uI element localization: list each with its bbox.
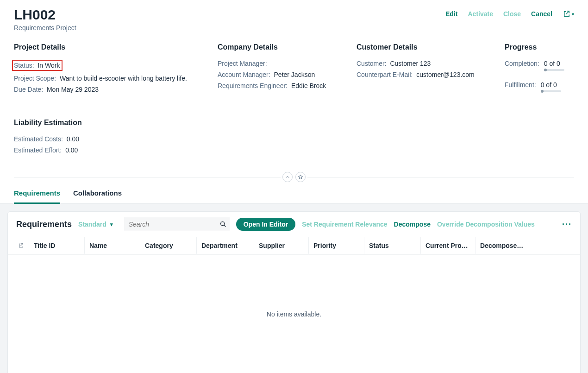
search-input[interactable] [124, 217, 230, 231]
col-decomposer[interactable]: Decomposer … [475, 237, 529, 254]
effort-label: Estimated Effort: [14, 146, 62, 154]
status-value: In Work [38, 62, 60, 69]
scope-label: Project Scope: [14, 75, 56, 82]
panel-title: Requirements [16, 220, 72, 229]
costs-value: 0.00 [67, 135, 79, 143]
status-label: Status: [14, 62, 34, 69]
table-header-row: Title ID Name Category Department Suppli… [8, 237, 580, 254]
fulfillment-label: Fulfillment: [505, 81, 536, 89]
export-icon [18, 242, 24, 249]
due-date-value: Mon May 29 2023 [47, 86, 99, 93]
chevron-down-icon: ▾ [110, 221, 113, 228]
company-details-section: Company Details Project Manager: Account… [218, 43, 338, 102]
object-subtitle: Requirements Project [14, 24, 76, 32]
col-current-process[interactable]: Current Proce… [421, 237, 475, 254]
view-selector[interactable]: Standard ▾ [78, 221, 113, 228]
svg-point-0 [220, 222, 224, 226]
col-title-id[interactable]: Title ID [29, 237, 85, 254]
customer-label: Customer: [357, 60, 387, 67]
cancel-button[interactable]: Cancel [531, 10, 552, 18]
re-value: Eddie Brock [291, 82, 326, 89]
collapse-divider [0, 171, 588, 183]
completion-value: 0 of 0 [544, 60, 560, 67]
table-body-empty: No items available. [8, 254, 580, 373]
share-button[interactable]: ▾ [563, 10, 574, 18]
pin-icon [298, 174, 303, 180]
scope-value: Want to build e-scooter with long batter… [60, 75, 187, 82]
tab-bar: Requirements Collaborations [0, 184, 588, 204]
view-selector-label: Standard [78, 221, 106, 228]
edit-button[interactable]: Edit [445, 10, 457, 18]
email-label: Counterpart E-Mail: [357, 71, 413, 78]
progress-title: Progress [505, 43, 574, 51]
export-column-header[interactable] [13, 237, 29, 254]
completion-label: Completion: [505, 60, 539, 67]
customer-value: Customer 123 [390, 60, 431, 67]
re-label: Requirements Engineer: [218, 82, 288, 89]
requirements-panel: Requirements Standard ▾ Open In Editor S… [7, 211, 581, 373]
collapse-toggle-button[interactable] [282, 172, 293, 182]
col-name[interactable]: Name [85, 237, 140, 254]
liability-title: Liability Estimation [14, 119, 574, 127]
company-details-title: Company Details [218, 43, 338, 51]
due-date-label: Due Date: [14, 86, 43, 93]
chevron-down-icon: ▾ [572, 12, 574, 17]
project-details-section: Project Details Status: In Work Project … [14, 43, 199, 102]
tab-collaborations[interactable]: Collaborations [73, 184, 122, 204]
activate-button: Activate [468, 10, 493, 18]
chevron-up-icon [285, 174, 290, 180]
search-icon [219, 221, 227, 228]
open-in-editor-button[interactable]: Open In Editor [236, 218, 295, 231]
effort-value: 0.00 [65, 146, 78, 154]
object-title: LH002 [14, 7, 76, 22]
svg-line-1 [224, 225, 225, 227]
decompose-button[interactable]: Decompose [394, 221, 431, 228]
panel-area: Requirements Standard ▾ Open In Editor S… [0, 204, 588, 373]
col-priority[interactable]: Priority [309, 237, 364, 254]
customer-details-title: Customer Details [357, 43, 486, 51]
search-field-wrap [124, 217, 230, 231]
header-actions: Edit Activate Close Cancel ▾ [445, 7, 574, 18]
am-value: Peter Jackson [274, 71, 315, 78]
fulfillment-bar [541, 90, 561, 92]
details-area: Project Details Status: In Work Project … [0, 34, 588, 107]
col-department[interactable]: Department [197, 237, 254, 254]
panel-header: Requirements Standard ▾ Open In Editor S… [8, 212, 580, 237]
close-button: Close [503, 10, 521, 18]
pin-button[interactable] [295, 172, 306, 182]
email-value: customer@123.com [416, 71, 474, 78]
completion-bar [544, 69, 564, 71]
overflow-menu-button[interactable]: ··· [562, 220, 572, 229]
tab-requirements[interactable]: Requirements [14, 184, 60, 204]
col-supplier[interactable]: Supplier [254, 237, 309, 254]
progress-section: Progress Completion: 0 of 0 Fulfillment:… [505, 43, 574, 102]
override-decomposition-button: Override Decomposition Values [437, 221, 535, 228]
pm-label: Project Manager: [218, 60, 267, 67]
customer-details-section: Customer Details Customer: Customer 123 … [357, 43, 486, 102]
header-title-block: LH002 Requirements Project [14, 7, 76, 32]
status-highlight-box: Status: In Work [12, 60, 63, 71]
share-icon [563, 10, 571, 18]
page-header: LH002 Requirements Project Edit Activate… [0, 0, 588, 34]
empty-message: No items available. [267, 310, 321, 318]
col-category[interactable]: Category [140, 237, 197, 254]
liability-section: Liability Estimation Estimated Costs: 0.… [0, 119, 588, 162]
col-status[interactable]: Status [364, 237, 421, 254]
fulfillment-value: 0 of 0 [541, 81, 557, 89]
set-relevance-button: Set Requirement Relevance [302, 221, 387, 228]
costs-label: Estimated Costs: [14, 135, 63, 143]
am-label: Account Manager: [218, 71, 270, 78]
project-details-title: Project Details [14, 43, 199, 51]
